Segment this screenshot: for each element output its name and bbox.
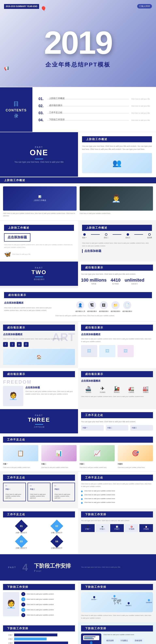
section-header-1: 上阶段工作概述 bbox=[82, 136, 152, 142]
step-box-2: 💻 计划二 bbox=[96, 524, 109, 532]
diamond-header: 工作不足之处 bbox=[3, 512, 75, 518]
contents-left-panel: 目 CONTENTS 录 bbox=[0, 87, 32, 132]
diamond-num-4: 04 bbox=[55, 540, 58, 543]
transport-2: ✈ 空运物流 bbox=[100, 386, 105, 393]
art-thumb-2: 🖼 bbox=[99, 345, 115, 357]
contents-sub-3: Click here to add your title bbox=[131, 112, 150, 114]
timeline-label-2: 点位二 bbox=[104, 236, 109, 239]
slide-shortcomings-images: 工作不足之处 📋 问题一 Click here to add your subt… bbox=[0, 434, 156, 471]
contents-num-2: 02. bbox=[39, 104, 45, 108]
balloon-icon: 🎈 bbox=[41, 6, 47, 12]
freedom-right-subtitle: 点击添加标题概述 bbox=[81, 379, 153, 383]
plan-text-3: Click here to add your subtitle content bbox=[27, 604, 54, 606]
art-header: 成功项目展示 bbox=[3, 325, 75, 331]
check-4: Click here to add your subtitle content … bbox=[81, 502, 153, 504]
step-text-5: 计划五 bbox=[140, 528, 152, 530]
part-label-3: PART bbox=[35, 414, 43, 416]
transport-label-3: 铁路物流 bbox=[114, 391, 120, 393]
quotes-right: 工作不足之处 Click here to add your subtitle c… bbox=[78, 472, 156, 508]
transport-label-4: 公路物流 bbox=[128, 391, 134, 393]
next-plan-items-list: 1 Click here to add your subtitle conten… bbox=[21, 592, 75, 617]
quotes-boxes: " 不足一 Click here to add your subtitle co… bbox=[3, 483, 75, 501]
shortcoming-text-2: Click here to add your subtitle content … bbox=[41, 467, 77, 468]
plan-row-2: 2 Click here to add your subtitle conten… bbox=[21, 597, 75, 601]
stats-area: 100 millions 销售额 4410 客户数量 unlimited 发展潜… bbox=[81, 278, 153, 285]
success-icons-left: 点击添加标题概述 Click here to add your subtitle… bbox=[4, 301, 52, 312]
part-two-text: You can type your text here. Click here … bbox=[81, 273, 153, 276]
success-icons-content: 点击添加标题概述 Click here to add your subtitle… bbox=[4, 301, 152, 317]
shortcoming-image-4: 🎯 bbox=[118, 445, 153, 461]
stat-num-2: 4410 bbox=[111, 278, 120, 283]
quote-text-1: Click here to add your subtitle content … bbox=[6, 494, 24, 499]
tag-3: 目标说明 bbox=[132, 638, 145, 644]
art-right: 成功项目展示 点击添加标题概述 Click here to add your s… bbox=[78, 322, 156, 368]
work-dark-image2: 👨‍💼 bbox=[80, 186, 153, 210]
part-two-banner: PART TWO 成功项目展示 bbox=[0, 262, 78, 286]
contents-text-1: 上阶段工作概述 bbox=[49, 97, 65, 100]
plan-bar-fill-3 bbox=[14, 642, 68, 644]
diamond-num-1: 01 bbox=[20, 524, 23, 527]
stat-1: 100 millions 销售额 bbox=[81, 278, 107, 285]
shortcoming-3: 问题三 bbox=[130, 425, 153, 430]
train-icon: 🚂 bbox=[114, 386, 120, 391]
contents-sub-4: Click here to add your title bbox=[131, 119, 150, 121]
board-screen bbox=[83, 636, 99, 640]
board-right-content: 👤 Click here to add your subtitle conten… bbox=[81, 634, 153, 644]
twitter-icon: t bbox=[10, 342, 15, 347]
slide-part-two-row: PART TWO 成功项目展示 成功项目展示 You can type your… bbox=[0, 262, 156, 288]
freedom-subtitle: 点击添加标题 bbox=[25, 386, 75, 389]
freedom-header: 成功项目展示 bbox=[3, 371, 75, 377]
quote-mark-3: " bbox=[54, 484, 56, 490]
next-plan-header: 下阶段工作安排 bbox=[3, 584, 75, 590]
plan-board-left: 下阶段工作安排 计划一 计划二 计划三 计划四 计划五 bbox=[0, 622, 78, 644]
contents-line-1: 上阶段工作概述 bbox=[47, 99, 129, 99]
contents-line-2: 成功项目展示 bbox=[47, 106, 129, 106]
next-plan-left: 下阶段工作安排 🧑‍💼 1 Click here to add your sub… bbox=[0, 581, 78, 622]
art-left: 成功项目展示 ART 点击添加标题概述 Click here to add yo… bbox=[0, 322, 78, 368]
quote-box-3: " 不足三 Click here to add your subtitle co… bbox=[52, 483, 75, 501]
tag-2: 计划要点 bbox=[117, 638, 131, 644]
timeline-line-1 bbox=[91, 234, 100, 235]
step-icon-4: 🎯 bbox=[126, 526, 137, 528]
contents-item-1: 01. 上阶段工作概述 Click here to add your title bbox=[39, 97, 150, 101]
pin-label-1: 目标城市一 bbox=[91, 599, 97, 600]
contents-num-4: 04. bbox=[39, 118, 45, 122]
next-plan-list: 1 Click here to add your subtitle conten… bbox=[21, 592, 75, 617]
bullet-2 bbox=[81, 494, 83, 496]
quote-mark-2: " bbox=[30, 484, 32, 490]
shortcoming-image-3: 📈 bbox=[80, 445, 115, 461]
art-right-subtitle: 点击添加标题概述 bbox=[81, 333, 153, 336]
icon-label-2: 成功项目展示 bbox=[87, 310, 97, 312]
board-line-2 bbox=[84, 638, 93, 638]
icon-item-3: 🖼 成功项目展示 bbox=[99, 301, 109, 312]
contents-text-4: 下阶段工作安排 bbox=[49, 118, 65, 121]
cover-year: 2019 bbox=[44, 26, 112, 59]
shortcomings-right2: 🎯 问题四 Click here to add your subtitle co… bbox=[118, 445, 153, 468]
slide-success-icons: 成功项目展示 点击添加标题概述 Click here to add your s… bbox=[0, 288, 156, 321]
contents-num-3: 03. bbox=[39, 111, 45, 115]
freedom-right-header: 成功项目展示 bbox=[81, 371, 153, 377]
check-text-1: Click here to add your subtitle content … bbox=[84, 490, 115, 492]
diamond-item-4: 04 步骤四说明文字 bbox=[41, 537, 73, 549]
click-title-header2: 上阶段工作概述 bbox=[82, 225, 152, 231]
next-plan-right-text: Click here to add your subtitle content … bbox=[81, 614, 153, 620]
freedom-content: 🧑‍💼 点击添加标题 Click here to add your subtit… bbox=[3, 386, 75, 406]
part-number-1: ONE bbox=[30, 148, 48, 157]
check-2: Click here to add your subtitle content … bbox=[81, 494, 153, 496]
work-overview-right: 👨‍💼 Click here to add your subtitle cont… bbox=[80, 186, 153, 218]
icon-circle-2: 🏗 bbox=[88, 301, 96, 309]
part-desc-1: You can type your text here. Click here … bbox=[10, 161, 68, 163]
pin-4: 目标城市四 bbox=[146, 599, 152, 604]
contents-item-2: 02. 成功项目展示 Click here to add your title bbox=[39, 104, 150, 108]
plan-dot-4: 4 bbox=[21, 608, 25, 612]
shortcoming-text-3: Click here to add your subtitle content … bbox=[80, 467, 115, 468]
board-tags: 相关说明 计划要点 目标说明 bbox=[103, 638, 153, 644]
pin-label-3: 目标城市三 bbox=[126, 605, 132, 606]
board-illustration: 👤 bbox=[81, 634, 101, 644]
transport-row: 🚢 海运物流 ✈ 空运物流 🚂 铁路物流 🚛 公路物流 🏭 仓储物流 bbox=[81, 386, 153, 393]
quote-label-3: 不足三 bbox=[55, 488, 73, 490]
diamond-item-2: 02 步骤二说明文字 bbox=[41, 522, 73, 534]
contents-line-3: 工作不足之处 bbox=[47, 113, 129, 114]
plan-bars: 计划一 计划二 计划三 计划四 计划五 bbox=[3, 634, 75, 644]
copyright-icon: © bbox=[24, 342, 29, 347]
